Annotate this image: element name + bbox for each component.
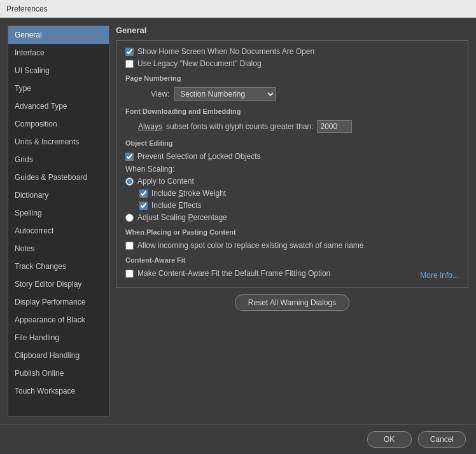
include-stroke-label: Include Stroke Weight xyxy=(151,189,226,198)
legacy-dialog-label: Use Legacy "New Document" Dialog xyxy=(137,59,262,68)
content-aware-row: Make Content-Aware Fit the Default Frame… xyxy=(125,269,459,281)
view-label: View: xyxy=(151,90,169,99)
when-scaling-label: When Scaling: xyxy=(125,165,459,174)
sidebar-item-guides-pasteboard[interactable]: Guides & Pasteboard xyxy=(8,169,109,186)
sidebar-item-dictionary[interactable]: Dictionary xyxy=(8,186,109,204)
show-home-screen-row: Show Home Screen When No Documents Are O… xyxy=(125,47,459,56)
show-home-screen-checkbox[interactable] xyxy=(125,48,134,56)
include-effects-checkbox[interactable] xyxy=(139,202,148,210)
ok-button[interactable]: OK xyxy=(367,431,412,448)
adjust-scaling-radio[interactable] xyxy=(125,214,134,222)
include-stroke-checkbox[interactable] xyxy=(139,189,148,198)
font-downloading-title: Font Downloading and Embedding xyxy=(125,107,459,115)
apply-to-content-row: Apply to Content xyxy=(125,177,459,186)
glyph-count-input[interactable] xyxy=(317,120,352,133)
cancel-button[interactable]: Cancel xyxy=(418,431,466,448)
content-aware-fit-title: Content-Aware Fit xyxy=(125,256,459,264)
sidebar-item-ui-scaling[interactable]: UI Scaling xyxy=(8,62,109,79)
prevent-selection-checkbox[interactable] xyxy=(125,153,134,161)
sidebar-item-grids[interactable]: Grids xyxy=(8,151,109,169)
sidebar-item-autocorrect[interactable]: Autocorrect xyxy=(8,222,109,240)
page-title: General xyxy=(116,25,468,35)
sidebar-item-publish-online[interactable]: Publish Online xyxy=(8,364,109,382)
subset-label: subset fonts with glyph counts greater t… xyxy=(166,122,313,131)
allow-incoming-row: Allow incoming spot color to replace exi… xyxy=(125,241,459,250)
include-effects-label: Include Effects xyxy=(151,201,202,210)
page-numbering-view-row: View: Section NumberingAbsolute Numberin… xyxy=(125,87,459,101)
adjust-scaling-label: Adjust Scaling Percentage xyxy=(137,213,227,222)
show-home-screen-label: Show Home Screen When No Documents Are O… xyxy=(137,47,314,56)
button-bar: OK Cancel xyxy=(0,424,476,454)
sidebar-item-track-changes[interactable]: Track Changes xyxy=(8,258,109,275)
object-editing-title: Object Editing xyxy=(125,139,459,147)
adjust-scaling-row: Adjust Scaling Percentage xyxy=(125,213,459,222)
sidebar-item-appearance-of-black[interactable]: Appearance of Black xyxy=(8,311,109,329)
make-default-row: Make Content-Aware Fit the Default Frame… xyxy=(125,269,330,278)
include-stroke-row: Include Stroke Weight xyxy=(139,189,459,198)
main-content: General Show Home Screen When No Documen… xyxy=(116,25,468,416)
allow-incoming-label: Allow incoming spot color to replace exi… xyxy=(137,241,364,250)
apply-to-content-label: Apply to Content xyxy=(137,177,194,186)
allow-incoming-checkbox[interactable] xyxy=(125,242,134,250)
prevent-selection-label: Prevent Selection of Locked Objects xyxy=(137,152,260,161)
prevent-selection-row: Prevent Selection of Locked Objects xyxy=(125,152,459,161)
sidebar-item-advanced-type[interactable]: Advanced Type xyxy=(8,97,109,115)
reset-warning-dialogs-button[interactable]: Reset All Warning Dialogs xyxy=(235,294,349,311)
legacy-dialog-row: Use Legacy "New Document" Dialog xyxy=(125,59,459,68)
sidebar-item-type[interactable]: Type xyxy=(8,79,109,97)
make-default-label: Make Content-Aware Fit the Default Frame… xyxy=(137,269,330,278)
sidebar-item-touch-workspace[interactable]: Touch Workspace xyxy=(8,382,109,400)
include-effects-row: Include Effects xyxy=(139,201,459,210)
dialog-title: Preferences xyxy=(6,4,48,13)
sidebar-item-notes[interactable]: Notes xyxy=(8,240,109,258)
legacy-dialog-checkbox[interactable] xyxy=(125,60,134,68)
general-section: Show Home Screen When No Documents Are O… xyxy=(116,40,468,288)
more-info-link[interactable]: More Info... xyxy=(420,271,459,280)
sidebar-item-story-editor-display[interactable]: Story Editor Display xyxy=(8,275,109,293)
sidebar-item-interface[interactable]: Interface xyxy=(8,44,109,62)
sidebar: GeneralInterfaceUI ScalingTypeAdvanced T… xyxy=(8,25,109,416)
sidebar-item-general[interactable]: General xyxy=(8,26,109,44)
sidebar-item-composition[interactable]: Composition xyxy=(8,115,109,133)
always-label: Always xyxy=(138,122,162,131)
font-subset-row: Always subset fonts with glyph counts gr… xyxy=(125,120,459,133)
sidebar-item-display-performance[interactable]: Display Performance xyxy=(8,293,109,311)
section-numbering-select[interactable]: Section NumberingAbsolute Numbering xyxy=(174,87,276,101)
make-default-checkbox[interactable] xyxy=(125,270,134,278)
sidebar-item-units-increments[interactable]: Units & Increments xyxy=(8,133,109,151)
sidebar-item-spelling[interactable]: Spelling xyxy=(8,204,109,222)
apply-to-content-radio[interactable] xyxy=(125,177,134,186)
page-numbering-title: Page Numbering xyxy=(125,74,459,82)
sidebar-item-file-handling[interactable]: File Handling xyxy=(8,329,109,347)
when-placing-title: When Placing or Pasting Content xyxy=(125,228,459,236)
sidebar-item-clipboard-handling[interactable]: Clipboard Handling xyxy=(8,347,109,364)
